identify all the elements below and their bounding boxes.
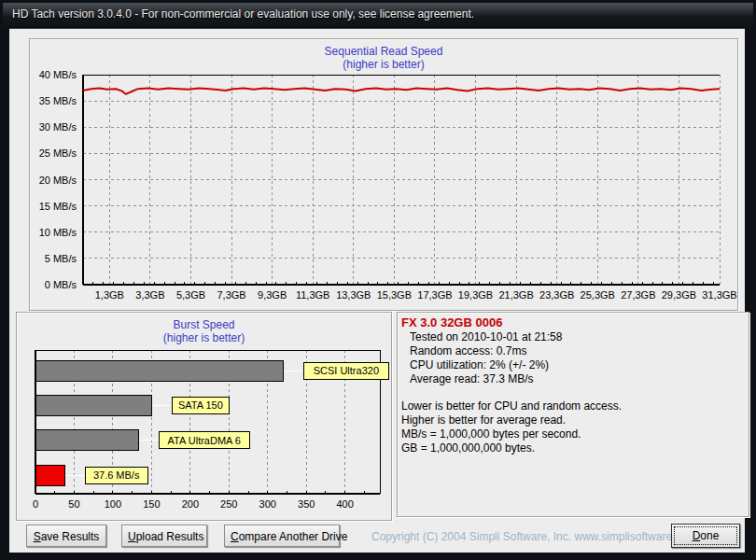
- info-spacer: [401, 386, 745, 399]
- y-tick-label: 10 MB/s: [39, 227, 77, 238]
- y-tick-label: 15 MB/s: [39, 201, 77, 212]
- save-results-button[interactable]: Save Results: [26, 525, 106, 547]
- x-tick-label: 11,3GB: [296, 289, 330, 301]
- y-tick-label: 40 MB/s: [39, 69, 77, 80]
- bar-label: 37.6 MB/s: [93, 469, 140, 481]
- x-tick-label: 29,3GB: [662, 289, 696, 301]
- x-tick-label: 150: [143, 498, 160, 510]
- hd-tach-window: HD Tach version 3.0.4.0 - For non-commer…: [0, 0, 756, 560]
- x-tick-label: 5,3GB: [176, 289, 205, 301]
- burst-speed-panel: Burst Speed (higher is better) 050100150…: [16, 312, 392, 521]
- note-lower-better: Lower is better for CPU and random acces…: [401, 399, 745, 413]
- x-tick-label: 19,3GB: [458, 289, 493, 301]
- bar-scsi-ultra320: [35, 360, 283, 381]
- x-tick-label: 7,3GB: [217, 289, 245, 301]
- x-tick-label: 31,3GB: [702, 289, 736, 301]
- drive-name: FX 3.0 32GB 0006: [401, 315, 745, 330]
- window-title: HD Tach version 3.0.4.0 - For non-commer…: [12, 7, 474, 21]
- upload-results-button[interactable]: Upload Results: [121, 525, 207, 547]
- x-tick-label: 13,3GB: [336, 289, 371, 301]
- tested-on-line: Tested on 2010-10-01 at 21:58: [401, 330, 745, 344]
- x-tick-label: 0: [33, 498, 38, 510]
- x-tick-label: 100: [105, 498, 121, 510]
- random-access-line: Random access: 0.7ms: [401, 344, 745, 358]
- x-tick-label: 3,3GB: [135, 289, 164, 301]
- read-speed-line: [83, 89, 720, 94]
- window-titlebar[interactable]: HD Tach version 3.0.4.0 - For non-commer…: [3, 3, 753, 26]
- x-tick-label: 350: [298, 498, 315, 510]
- client-area: Sequential Read Speed (higher is better)…: [9, 28, 745, 553]
- note-mbs-definition: MB/s = 1,000,000 bytes per second.: [401, 427, 745, 441]
- bar-label: SCSI Ultra320: [314, 365, 379, 376]
- y-tick-label: 30 MB/s: [39, 121, 77, 133]
- results-info-panel: FX 3.0 32GB 0006 Tested on 2010-10-01 at…: [397, 312, 749, 517]
- x-tick-label: 17,3GB: [417, 289, 452, 301]
- note-higher-better: Higher is better for average read.: [401, 413, 745, 427]
- y-tick-label: 25 MB/s: [39, 147, 77, 159]
- x-tick-label: 9,3GB: [258, 289, 287, 301]
- compare-another-drive-button[interactable]: Compare Another Drive: [224, 525, 340, 547]
- x-tick-label: 1,3GB: [95, 289, 124, 301]
- x-tick-label: 250: [220, 498, 237, 510]
- y-tick-label: 35 MB/s: [39, 95, 77, 106]
- x-tick-label: 23,3GB: [539, 289, 574, 301]
- y-tick-label: 20 MB/s: [39, 175, 77, 186]
- cpu-utilization-line: CPU utilization: 2% (+/- 2%): [401, 358, 745, 372]
- y-tick-label: 0 MB/s: [45, 279, 77, 290]
- note-gb-definition: GB = 1,000,000,000 bytes.: [401, 441, 745, 455]
- x-tick-label: 50: [68, 498, 79, 510]
- sequential-read-chart: 0 MB/s5 MB/s10 MB/s15 MB/s20 MB/s25 MB/s…: [30, 39, 737, 310]
- x-tick-label: 25,3GB: [581, 289, 615, 301]
- bar-ata-ultradma-6: [35, 430, 138, 451]
- x-tick-label: 400: [337, 498, 354, 510]
- x-tick-label: 15,3GB: [377, 289, 412, 301]
- bar-label: ATA UltraDMA 6: [168, 435, 241, 446]
- burst-speed-chart: 050100150200250300350400SCSI Ultra320SAT…: [17, 313, 391, 520]
- average-read-line: Average read: 37.3 MB/s: [401, 372, 745, 386]
- bar-37-6-mb-s: [35, 465, 64, 485]
- copyright-text: Copyright (C) 2004 Simpli Software, Inc.…: [371, 530, 672, 543]
- done-button[interactable]: Done: [671, 524, 740, 548]
- x-tick-label: 300: [259, 498, 276, 510]
- x-tick-label: 27,3GB: [621, 289, 655, 301]
- bar-sata-150: [35, 395, 151, 415]
- x-tick-label: 21,3GB: [498, 289, 533, 301]
- y-tick-label: 5 MB/s: [45, 253, 77, 264]
- bar-label: SATA 150: [178, 399, 223, 411]
- sequential-read-panel: Sequential Read Speed (higher is better)…: [29, 38, 738, 311]
- x-tick-label: 200: [182, 498, 199, 510]
